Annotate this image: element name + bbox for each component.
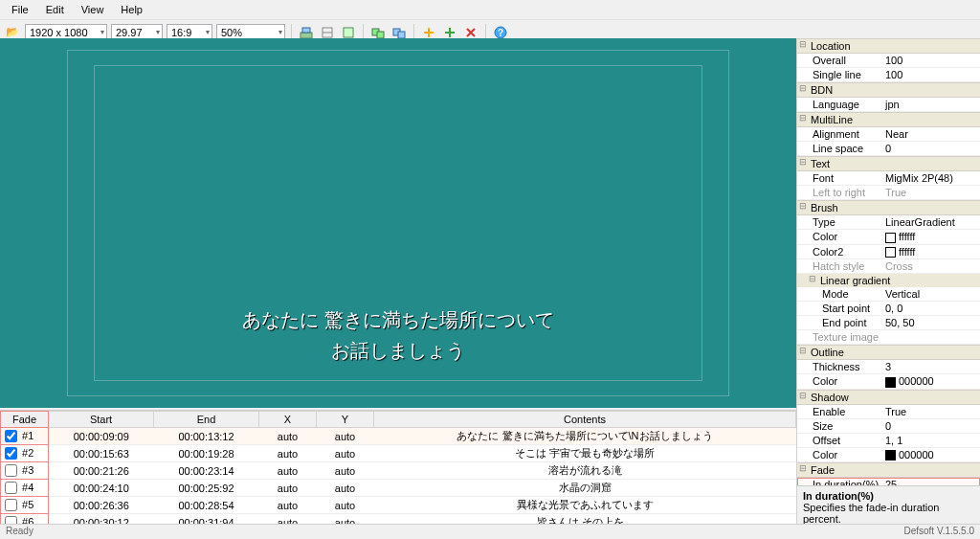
- svg-rect-1: [302, 28, 310, 33]
- prop-brush-color2[interactable]: ffffff: [881, 245, 980, 259]
- cat-text[interactable]: Text: [797, 156, 980, 171]
- status-right: Defsoft V.1.5.5.0: [903, 526, 974, 538]
- cat-outline[interactable]: Outline: [797, 345, 980, 360]
- cell-x: auto: [259, 480, 317, 497]
- col-fade[interactable]: Fade: [1, 412, 49, 428]
- cell-contents: 異様な光景であふれています: [374, 497, 796, 514]
- prop-fade-in[interactable]: 25: [881, 478, 980, 485]
- prop-single-line[interactable]: 100: [881, 68, 980, 81]
- menubar: File Edit View Help: [0, 0, 980, 20]
- cell-start: 00:00:09:09: [49, 428, 154, 445]
- prop-overall[interactable]: 100: [881, 54, 980, 67]
- cell-y: auto: [317, 514, 374, 525]
- table-row[interactable]: #600:00:30:1200:00:31:94autoauto皆さんは その上…: [1, 514, 796, 525]
- cell-end: 00:00:19:28: [154, 445, 259, 462]
- cat-multiline[interactable]: MultiLine: [797, 112, 980, 127]
- cell-contents: 水晶の洞窟: [374, 480, 796, 497]
- cell-y: auto: [317, 445, 374, 462]
- table-row[interactable]: #500:00:26:3600:00:28:54autoauto異様な光景であふ…: [1, 497, 796, 514]
- cell-y: auto: [317, 428, 374, 445]
- fade-checkbox-cell[interactable]: #4: [1, 480, 49, 497]
- cell-end: 00:00:23:14: [154, 462, 259, 480]
- subtitle-text: あなたに 驚きに満ちた場所について お話しましょう: [0, 304, 796, 366]
- menu-view[interactable]: View: [74, 2, 112, 17]
- prop-outline-color[interactable]: 000000: [881, 374, 980, 389]
- cell-contents: そこは 宇宙で最も奇妙な場所: [374, 445, 796, 462]
- prop-hatch: Cross: [881, 259, 980, 273]
- cell-contents: あなたに 驚きに満ちた場所について\Nお話しましょう: [374, 428, 796, 445]
- cell-x: auto: [259, 462, 317, 480]
- prop-brush-type[interactable]: LinearGradient: [881, 215, 980, 229]
- col-start[interactable]: Start: [49, 412, 154, 428]
- prop-font[interactable]: MigMix 2P(48): [881, 171, 980, 185]
- fade-checkbox-cell[interactable]: #5: [1, 497, 49, 514]
- prop-language[interactable]: jpn: [881, 98, 980, 111]
- prop-brush-color[interactable]: ffffff: [881, 230, 980, 244]
- cell-x: auto: [259, 445, 317, 462]
- cat-shadow[interactable]: Shadow: [797, 390, 980, 405]
- prop-lg-start[interactable]: 0, 0: [881, 302, 980, 315]
- cell-x: auto: [259, 428, 317, 445]
- cell-start: 00:00:30:12: [49, 514, 154, 525]
- cell-end: 00:00:28:54: [154, 497, 259, 514]
- cell-y: auto: [317, 462, 374, 480]
- property-description: In duration(%) Specifies the fade-in dur…: [797, 485, 980, 524]
- cell-end: 00:00:25:92: [154, 480, 259, 497]
- prop-texture: [881, 330, 980, 344]
- prop-line-space[interactable]: 0: [881, 142, 980, 155]
- prop-shadow-enable[interactable]: True: [881, 405, 980, 418]
- col-x[interactable]: X: [259, 412, 317, 428]
- cat-linear-gradient[interactable]: Linear gradient: [797, 274, 980, 287]
- prop-lg-end[interactable]: 50, 50: [881, 316, 980, 329]
- fade-checkbox-cell[interactable]: #3: [1, 462, 49, 480]
- property-grid[interactable]: Location Overall100 Single line100 BDN L…: [796, 38, 980, 524]
- cat-brush[interactable]: Brush: [797, 200, 980, 215]
- prop-shadow-size[interactable]: 0: [881, 419, 980, 433]
- menu-edit[interactable]: Edit: [38, 2, 72, 17]
- col-contents[interactable]: Contents: [374, 412, 796, 428]
- svg-text:?: ?: [498, 28, 503, 38]
- status-left: Ready: [6, 526, 33, 538]
- prop-lg-mode[interactable]: Vertical: [881, 287, 980, 301]
- table-row[interactable]: #200:00:15:6300:00:19:28autoautoそこは 宇宙で最…: [1, 445, 796, 462]
- cell-y: auto: [317, 480, 374, 497]
- svg-rect-0: [301, 33, 312, 38]
- prop-ltr: True: [881, 186, 980, 199]
- svg-rect-6: [377, 32, 384, 38]
- cell-start: 00:00:15:63: [49, 445, 154, 462]
- prop-alignment[interactable]: Near: [881, 127, 980, 141]
- col-end[interactable]: End: [154, 412, 259, 428]
- cat-location[interactable]: Location: [797, 38, 980, 54]
- cell-y: auto: [317, 497, 374, 514]
- cell-end: 00:00:31:94: [154, 514, 259, 525]
- cell-x: auto: [259, 497, 317, 514]
- table-row[interactable]: #400:00:24:1000:00:25:92autoauto水晶の洞窟: [1, 480, 796, 497]
- statusbar: Ready Defsoft V.1.5.5.0: [0, 524, 980, 539]
- menu-file[interactable]: File: [4, 2, 36, 17]
- cell-x: auto: [259, 514, 317, 525]
- col-y[interactable]: Y: [317, 412, 374, 428]
- cat-fade[interactable]: Fade: [797, 462, 980, 478]
- cell-end: 00:00:13:12: [154, 428, 259, 445]
- svg-rect-8: [398, 32, 405, 38]
- cell-start: 00:00:21:26: [49, 462, 154, 480]
- cell-contents: 皆さんは その上を...: [374, 514, 796, 525]
- cell-start: 00:00:26:36: [49, 497, 154, 514]
- cell-contents: 溶岩が流れる滝: [374, 462, 796, 480]
- fade-checkbox-cell[interactable]: #2: [1, 445, 49, 462]
- subtitle-grid[interactable]: Fade Start End X Y Contents #100:00:09:0…: [0, 410, 796, 524]
- fade-checkbox-cell[interactable]: #6: [1, 514, 49, 525]
- prop-thickness[interactable]: 3: [881, 360, 980, 373]
- prop-shadow-offset[interactable]: 1, 1: [881, 434, 980, 447]
- svg-rect-4: [344, 28, 353, 37]
- table-row[interactable]: #300:00:21:2600:00:23:14autoauto溶岩が流れる滝: [1, 462, 796, 480]
- fade-checkbox-cell[interactable]: #1: [1, 428, 49, 445]
- table-row[interactable]: #100:00:09:0900:00:13:12autoautoあなたに 驚きに…: [1, 428, 796, 445]
- menu-help[interactable]: Help: [113, 2, 150, 17]
- cat-bdn[interactable]: BDN: [797, 82, 980, 98]
- preview-pane: あなたに 驚きに満ちた場所について お話しましょう: [0, 38, 796, 408]
- prop-shadow-color[interactable]: 000000: [881, 448, 980, 462]
- cell-start: 00:00:24:10: [49, 480, 154, 497]
